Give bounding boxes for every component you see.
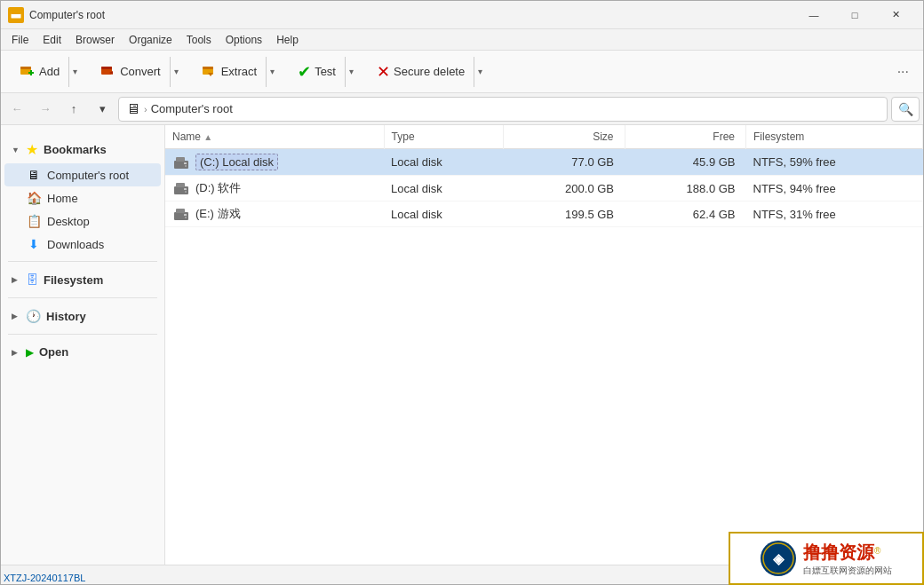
menu-browser[interactable]: Browser (68, 32, 122, 48)
col-header-free[interactable]: Free (625, 125, 746, 149)
menu-file[interactable]: File (4, 32, 36, 48)
extract-icon (202, 64, 218, 80)
table-row[interactable]: (D:) 软件 Local disk 200.0 GB 188.0 GB NTF… (165, 176, 923, 202)
main-content: ▼ ★ Bookmarks 🖥 Computer's root 🏠 Home 📋… (1, 125, 923, 565)
menu-edit[interactable]: Edit (36, 32, 68, 48)
menu-organize[interactable]: Organize (122, 32, 179, 48)
secure-delete-button[interactable]: ✕ Secure delete (370, 56, 472, 88)
menu-help[interactable]: Help (269, 32, 306, 48)
svg-rect-7 (101, 67, 112, 69)
filesystem-arrow-icon: ▶ (12, 275, 20, 284)
svg-rect-3 (20, 67, 31, 69)
title-bar: Computer's root — □ ✕ (1, 1, 923, 29)
menu-options[interactable]: Options (219, 32, 269, 48)
col-header-filesystem[interactable]: Filesystem (746, 125, 923, 149)
file-fs-cell: NTFS, 59% free (746, 149, 923, 176)
address-path-box[interactable]: 🖥 › Computer's root (118, 97, 888, 122)
test-check-icon: ✔ (298, 62, 311, 82)
maximize-button[interactable]: □ (834, 1, 875, 29)
back-button[interactable]: ← (4, 97, 29, 122)
convert-dropdown-arrow[interactable]: ▾ (170, 57, 182, 87)
file-type-cell: Local disk (384, 202, 503, 227)
sidebar-item-downloads[interactable]: ⬇ Downloads (4, 233, 161, 256)
window-controls: — □ ✕ (793, 1, 916, 29)
window-title: Computer's root (29, 9, 793, 21)
sidebar-filesystem-header[interactable]: ▶ 🗄 Filesystem (4, 267, 161, 292)
extract-dropdown-arrow[interactable]: ▾ (266, 57, 278, 87)
downloads-icon: ⬇ (26, 236, 42, 252)
file-fs-cell: NTFS, 31% free (746, 202, 923, 227)
close-button[interactable]: ✕ (875, 1, 916, 29)
test-dropdown-arrow[interactable]: ▾ (345, 57, 357, 87)
file-name-text: (E:) 游戏 (195, 206, 241, 222)
file-size-cell: 199.5 GB (504, 202, 625, 227)
svg-rect-19 (176, 209, 185, 213)
toolbar-more-button[interactable]: ··· (890, 56, 916, 88)
secure-delete-button-group[interactable]: ✕ Secure delete ▾ (365, 56, 490, 88)
desktop-icon: 📋 (26, 213, 42, 229)
file-fs-cell: NTFS, 94% free (746, 176, 923, 202)
filesystem-icon: 🗄 (26, 273, 38, 287)
file-name-cell: (C:) Local disk (165, 149, 384, 176)
svg-rect-15 (176, 183, 185, 187)
path-separator: › (144, 104, 147, 115)
sidebar-item-home[interactable]: 🏠 Home (4, 186, 161, 209)
forward-button[interactable]: → (33, 97, 58, 122)
file-name-cell: (D:) 软件 (165, 176, 384, 202)
file-type-cell: Local disk (384, 149, 503, 176)
convert-button-group[interactable]: Convert ▾ (89, 56, 187, 88)
sidebar-item-computers-root[interactable]: 🖥 Computer's root (4, 163, 161, 186)
table-row[interactable]: (E:) 游戏 Local disk 199.5 GB 62.4 GB NTFS… (165, 202, 923, 227)
sidebar-history-header[interactable]: ▶ 🕐 History (4, 304, 161, 328)
convert-button[interactable]: Convert (93, 56, 168, 88)
col-header-size[interactable]: Size (504, 125, 625, 149)
search-button[interactable]: 🔍 (891, 97, 920, 122)
secure-delete-dropdown-arrow[interactable]: ▾ (474, 57, 486, 87)
file-table: Name ▲ Type Size Free Filesystem (165, 125, 923, 565)
watermark-main-text: 撸撸资源® (803, 541, 892, 565)
sidebar-divider-1 (8, 261, 157, 262)
history-arrow-icon: ▶ (12, 312, 20, 320)
drive-icon (172, 207, 190, 221)
address-bar: ← → ↑ ▾ 🖥 › Computer's root 🔍 (1, 93, 923, 125)
up-button[interactable]: ↑ (61, 97, 86, 122)
add-dropdown-arrow[interactable]: ▾ (68, 57, 81, 87)
col-header-name[interactable]: Name ▲ (165, 125, 384, 149)
sidebar-divider-3 (8, 334, 157, 335)
test-button-group[interactable]: ✔ Test ▾ (286, 56, 362, 88)
path-dropdown-button[interactable]: ▾ (90, 97, 115, 122)
toolbar: Add ▾ Convert ▾ Extract ▾ ✔ Test (1, 51, 923, 93)
sidebar-open-header[interactable]: ▶ ▶ Open (4, 340, 161, 364)
table-header-row: Name ▲ Type Size Free Filesystem (165, 125, 923, 149)
watermark-text-block: 撸撸资源® 白嫖互联网资源的网站 (803, 541, 892, 577)
svg-rect-11 (176, 157, 185, 162)
table-row[interactable]: (C:) Local disk Local disk 77.0 GB 45.9 … (165, 149, 923, 176)
secure-delete-label: Secure delete (394, 65, 465, 78)
convert-icon (100, 64, 116, 80)
extract-button[interactable]: Extract (195, 56, 264, 88)
open-icon: ▶ (26, 346, 34, 359)
test-button[interactable]: ✔ Test (291, 56, 343, 88)
drive-icon (172, 155, 190, 170)
monitor-icon: 🖥 (126, 101, 140, 117)
svg-rect-20 (184, 214, 187, 216)
path-text: Computer's root (151, 102, 233, 115)
menu-tools[interactable]: Tools (179, 32, 219, 48)
svg-text:◈: ◈ (772, 551, 785, 566)
sidebar-item-desktop[interactable]: 📋 Desktop (4, 209, 161, 233)
file-name-cell: (E:) 游戏 (165, 202, 384, 227)
svg-rect-10 (174, 161, 188, 169)
minimize-button[interactable]: — (793, 1, 834, 29)
sidebar: ▼ ★ Bookmarks 🖥 Computer's root 🏠 Home 📋… (1, 125, 165, 565)
downloads-label: Downloads (47, 238, 104, 251)
sidebar-bookmarks-header[interactable]: ▼ ★ Bookmarks (4, 136, 161, 163)
col-header-type[interactable]: Type (384, 125, 503, 149)
open-label: Open (39, 345, 68, 359)
home-icon: 🏠 (26, 190, 42, 206)
file-panel: Name ▲ Type Size Free Filesystem (165, 125, 923, 565)
add-button[interactable]: Add (12, 56, 67, 88)
svg-rect-9 (203, 67, 213, 69)
add-button-group[interactable]: Add ▾ (8, 56, 85, 88)
svg-rect-12 (184, 162, 187, 164)
extract-button-group[interactable]: Extract ▾ (190, 56, 283, 88)
